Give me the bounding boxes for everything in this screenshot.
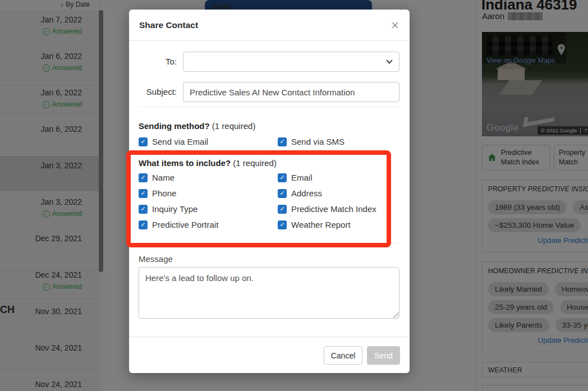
checkbox-option[interactable]: ✓Email xyxy=(278,173,399,182)
checkbox-option[interactable]: ✓Name xyxy=(139,173,278,182)
checkbox[interactable]: ✓ xyxy=(139,220,148,229)
checkbox-label: Name xyxy=(152,173,174,182)
chevron-down-icon xyxy=(386,57,392,63)
checkbox-option[interactable]: ✓Predictive Portrait xyxy=(139,220,278,229)
checkbox-option[interactable]: ✓Weather Report xyxy=(278,220,399,229)
checkbox-label: Predictive Portrait xyxy=(152,220,218,229)
checkbox-label: Predictive Match Index xyxy=(291,204,376,214)
to-select[interactable] xyxy=(183,52,399,72)
sending-method-options: ✓Send via Email✓Send via SMS xyxy=(139,137,399,146)
resize-handle[interactable] xyxy=(393,312,399,318)
checkbox-option[interactable]: ✓Address xyxy=(278,188,399,198)
checkbox[interactable]: ✓ xyxy=(139,205,148,214)
checkbox-option[interactable]: ✓Phone xyxy=(139,188,278,198)
message-label: Message xyxy=(139,254,173,264)
checkbox[interactable]: ✓ xyxy=(139,173,148,182)
checkbox-label: Inquiry Type xyxy=(152,204,197,214)
checkbox[interactable]: ✓ xyxy=(278,189,287,198)
checkbox-label: Phone xyxy=(152,188,176,198)
checkbox[interactable]: ✓ xyxy=(278,137,287,146)
checkbox-label: Weather Report xyxy=(291,220,351,229)
checkbox-option[interactable]: ✓Inquiry Type xyxy=(139,204,278,214)
checkbox-label: Email xyxy=(291,173,313,182)
send-button[interactable]: Send xyxy=(367,346,400,365)
subject-input[interactable] xyxy=(183,82,399,102)
checkbox[interactable]: ✓ xyxy=(139,189,148,198)
checkbox-option[interactable]: ✓Send via Email xyxy=(139,137,278,146)
cancel-button[interactable]: Cancel xyxy=(324,346,362,365)
checkbox[interactable]: ✓ xyxy=(278,220,287,229)
checkbox[interactable]: ✓ xyxy=(278,205,287,214)
checkbox-label: Address xyxy=(291,188,322,198)
checkbox-label: Send via SMS xyxy=(291,137,344,146)
checkbox[interactable]: ✓ xyxy=(278,173,287,182)
section-divider xyxy=(139,107,399,107)
modal-footer: Cancel Send xyxy=(129,337,410,373)
checkbox-option[interactable]: ✓Send via SMS xyxy=(278,137,399,146)
subject-label: Subject: xyxy=(129,82,177,102)
app-screen: ↓ By Date Jan 7, 2022✓AnsweredJan 6, 202… xyxy=(0,0,588,391)
share-contact-modal: Share Contact × To: Subject: Sending met… xyxy=(129,10,410,373)
modal-title: Share Contact xyxy=(139,10,198,41)
message-textarea[interactable]: Here's a lead to follow up on. xyxy=(139,267,399,319)
checkbox-option[interactable]: ✓Predictive Match Index xyxy=(278,204,399,214)
checkbox[interactable]: ✓ xyxy=(139,137,148,146)
close-icon[interactable]: × xyxy=(387,17,403,33)
modal-header: Share Contact × xyxy=(129,10,410,41)
sending-method-title: Sending method? (1 required) xyxy=(139,121,255,131)
section-divider xyxy=(139,243,399,243)
checkbox-label: Send via Email xyxy=(152,137,208,146)
to-label: To: xyxy=(129,52,177,72)
items-to-include-options: ✓Name✓Email✓Phone✓Address✓Inquiry Type✓P… xyxy=(139,173,399,229)
items-to-include-title: What items to include? (1 required) xyxy=(139,158,277,168)
